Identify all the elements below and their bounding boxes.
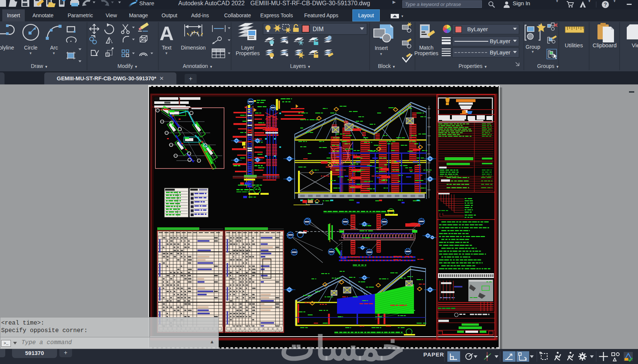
svg-text:ByLayer: ByLayer xyxy=(490,38,510,44)
svg-text:DIM: DIM xyxy=(313,26,324,32)
svg-text:ByLayer: ByLayer xyxy=(490,49,510,56)
svg-text:?: ? xyxy=(604,2,607,8)
svg-text:ByLayer: ByLayer xyxy=(467,26,488,32)
svg-text:A: A xyxy=(160,23,174,44)
